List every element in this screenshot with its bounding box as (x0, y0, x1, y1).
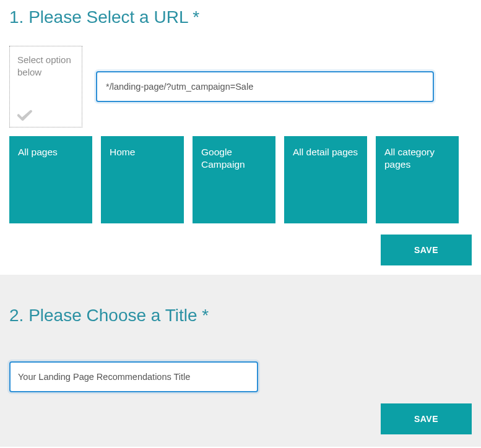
url-row: Select option below (9, 46, 472, 127)
save-button-section-1[interactable]: SAVE (381, 235, 472, 265)
save-button-section-2[interactable]: SAVE (381, 403, 472, 434)
tile-label: All detail pages (293, 147, 358, 157)
tile-all-category-pages[interactable]: All category pages (376, 136, 459, 223)
tile-label: Google Campaign (201, 147, 245, 170)
title-input[interactable] (9, 361, 258, 392)
tile-all-pages[interactable]: All pages (9, 136, 92, 223)
tile-google-campaign[interactable]: Google Campaign (193, 136, 275, 223)
tile-home[interactable]: Home (101, 136, 184, 223)
checkmark-icon (17, 110, 74, 122)
select-option-card[interactable]: Select option below (9, 46, 82, 127)
tile-label: All category pages (384, 147, 435, 170)
tile-label: All pages (18, 147, 58, 157)
section-2-heading: 2. Please Choose a Title * (9, 306, 472, 325)
tile-all-detail-pages[interactable]: All detail pages (284, 136, 367, 223)
url-input[interactable] (96, 71, 434, 102)
section-select-url: 1. Please Select a URL * Select option b… (0, 0, 481, 265)
tile-label: Home (110, 147, 135, 157)
section-choose-title: 2. Please Choose a Title * SAVE (0, 275, 481, 447)
select-option-label: Select option below (17, 54, 74, 79)
section-1-actions: SAVE (9, 235, 472, 265)
section-2-actions: SAVE (9, 403, 472, 434)
section-1-heading: 1. Please Select a URL * (9, 7, 472, 27)
url-option-tiles: All pages Home Google Campaign All detai… (9, 136, 472, 223)
